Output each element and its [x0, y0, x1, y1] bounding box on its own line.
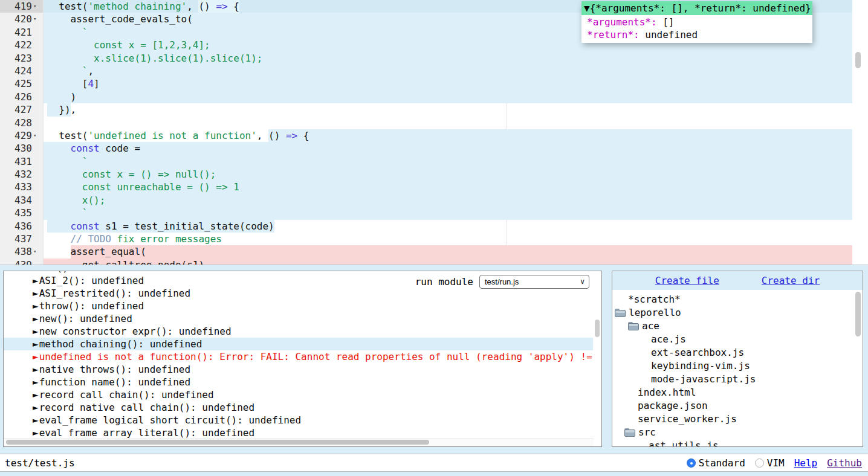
- tree-item[interactable]: ace: [612, 320, 854, 333]
- code-line-432: 432 const x = () => null();: [0, 168, 852, 181]
- tree-item[interactable]: src: [612, 426, 854, 439]
- module-select[interactable]: test/run.js ∨: [479, 275, 589, 289]
- expand-arrow-icon[interactable]: ►: [33, 313, 39, 324]
- tree-item[interactable]: mode-javascript.js: [612, 373, 854, 386]
- code-line-content[interactable]: // TODO fix error messages: [44, 233, 852, 245]
- gutter-cell: 423: [0, 52, 44, 65]
- inspector-key: *arguments*:: [587, 16, 657, 28]
- keybinding-vim-label: VIM: [767, 457, 785, 469]
- code-line-content[interactable]: [4]: [44, 77, 852, 90]
- code-line-content[interactable]: `,: [44, 65, 852, 77]
- expand-arrow-icon[interactable]: ►: [33, 402, 39, 413]
- expand-arrow-icon[interactable]: ►: [33, 271, 39, 274]
- code-token: =>: [216, 0, 227, 13]
- fold-widget-icon[interactable]: ▾: [32, 0, 43, 13]
- folder-icon-shine: [629, 324, 638, 326]
- result-label: ASI(): undefined: [39, 271, 132, 274]
- fold-widget-icon[interactable]: ▾: [32, 245, 43, 258]
- result-item[interactable]: ►new(): undefined: [4, 312, 593, 325]
- tree-item-label: index.html: [638, 386, 696, 399]
- code-line-content[interactable]: [44, 117, 852, 129]
- tree-item[interactable]: service_worker.js: [612, 413, 854, 426]
- tree-item-label: ext-searchbox.js: [651, 346, 744, 359]
- code-line-content[interactable]: const s1 = test_initial_state(code): [44, 220, 852, 233]
- code-token: ,: [71, 103, 77, 116]
- line-number: 419: [2, 0, 32, 13]
- tree-item-label: mode-javascript.js: [651, 373, 756, 386]
- result-item[interactable]: ►ASI_restrited(): undefined: [4, 287, 593, 300]
- code-line-content[interactable]: get_calltree_node(s1): [44, 259, 852, 265]
- expand-arrow-icon[interactable]: ►: [33, 389, 39, 400]
- code-line-content[interactable]: const code =: [44, 142, 852, 155]
- tree-item[interactable]: package.json: [612, 399, 854, 413]
- result-item[interactable]: ►new constructor expr(): undefined: [4, 325, 593, 338]
- expand-arrow-icon[interactable]: ►: [33, 364, 39, 375]
- tree-item[interactable]: *scratch*: [612, 293, 854, 306]
- results-hscrollbar-thumb[interactable]: [6, 440, 429, 445]
- line-number: 439: [2, 259, 32, 265]
- gutter-cell: 421: [0, 26, 44, 39]
- gutter-cell: 438▾: [0, 245, 44, 258]
- highlight-fill: [146, 245, 852, 258]
- inspector-header[interactable]: ▼{*arguments*: [], *return*: undefined}: [581, 1, 812, 15]
- keybinding-vim-option[interactable]: VIM: [755, 457, 785, 469]
- tree-item[interactable]: leporello: [612, 306, 854, 320]
- expand-arrow-icon[interactable]: ►: [33, 338, 39, 350]
- expand-arrow-icon[interactable]: ►: [33, 288, 39, 299]
- tree-item[interactable]: index.html: [612, 386, 854, 399]
- create-file-link[interactable]: Create file: [655, 275, 719, 286]
- result-item[interactable]: ►record native call chain(): undefined: [4, 401, 593, 414]
- expand-arrow-icon[interactable]: ►: [33, 427, 39, 439]
- code-line-content[interactable]: }),: [44, 103, 852, 116]
- editor-scrollbar-thumb[interactable]: [855, 52, 861, 68]
- github-link[interactable]: Github: [827, 457, 862, 469]
- tree-item[interactable]: ext-searchbox.js: [612, 346, 854, 359]
- result-item[interactable]: ►function name(): undefined: [4, 376, 593, 388]
- expand-arrow-icon[interactable]: ►: [33, 275, 39, 286]
- result-item[interactable]: ►undefined is not a function(): Error: F…: [4, 350, 593, 363]
- code-line-434: 434 x();: [0, 194, 852, 207]
- code-line-content[interactable]: x.slice(1).slice(1).slice(1);: [44, 52, 852, 65]
- tree-item[interactable]: keybinding-vim.js: [612, 359, 854, 373]
- line-number: 431: [2, 155, 32, 168]
- expand-arrow-icon[interactable]: ►: [33, 414, 39, 426]
- test-results-panel: ►ASI(): undefined►ASI_2(): undefined►ASI…: [3, 271, 602, 447]
- result-item[interactable]: ►record call chain(): undefined: [4, 388, 593, 401]
- result-item[interactable]: ►method chaining(): undefined: [4, 338, 593, 350]
- code-line-content[interactable]: `: [44, 155, 852, 168]
- code-line-content[interactable]: const x = () => null();: [44, 168, 852, 181]
- code-line-426: 426 ): [0, 91, 852, 103]
- code-line-content[interactable]: assert_equal(: [44, 245, 852, 258]
- code-token: const: [71, 220, 100, 233]
- expand-arrow-icon[interactable]: ►: [33, 300, 39, 312]
- code-line-425: 425 [4]: [0, 77, 852, 90]
- code-token: const unreachable = () => 1: [47, 181, 239, 193]
- code-editor[interactable]: 419▾ test('method chaining', () => {420▾…: [0, 0, 868, 265]
- result-item[interactable]: ►native throws(): undefined: [4, 363, 593, 376]
- help-link[interactable]: Help: [794, 457, 818, 469]
- code-token: get_calltree_node(s1): [47, 259, 204, 265]
- result-item[interactable]: ►eval_frame array_literal(): undefined: [4, 426, 593, 439]
- radio-selected-icon[interactable]: [687, 458, 696, 468]
- results-vscrollbar-thumb[interactable]: [595, 320, 600, 337]
- create-dir-link[interactable]: Create dir: [762, 275, 820, 286]
- expand-arrow-icon[interactable]: ►: [33, 326, 39, 337]
- code-line-content[interactable]: `: [44, 207, 852, 219]
- fold-widget-icon[interactable]: ▾: [32, 129, 43, 142]
- code-line-content[interactable]: test('undefined is not a function', () =…: [44, 129, 852, 142]
- tree-item[interactable]: ast_utils.js: [612, 439, 854, 446]
- result-item[interactable]: ►eval_frame logical short circuit(): und…: [4, 414, 593, 426]
- keybinding-standard-option[interactable]: Standard: [687, 457, 745, 469]
- tree-item-label: ace.js: [651, 333, 686, 346]
- tree-vscrollbar-thumb[interactable]: [855, 292, 861, 336]
- expand-arrow-icon[interactable]: ►: [33, 351, 39, 362]
- fold-widget-icon[interactable]: ▾: [32, 13, 43, 25]
- code-line-content[interactable]: const unreachable = () => 1: [44, 181, 852, 193]
- code-line-content[interactable]: ): [44, 91, 852, 103]
- expand-arrow-icon[interactable]: ►: [33, 376, 39, 388]
- result-label: eval_frame array_literal(): undefined: [39, 427, 254, 439]
- radio-unselected-icon[interactable]: [755, 458, 764, 468]
- tree-item[interactable]: ace.js: [612, 333, 854, 346]
- code-line-content[interactable]: x();: [44, 194, 852, 207]
- result-item[interactable]: ►throw(): undefined: [4, 300, 593, 312]
